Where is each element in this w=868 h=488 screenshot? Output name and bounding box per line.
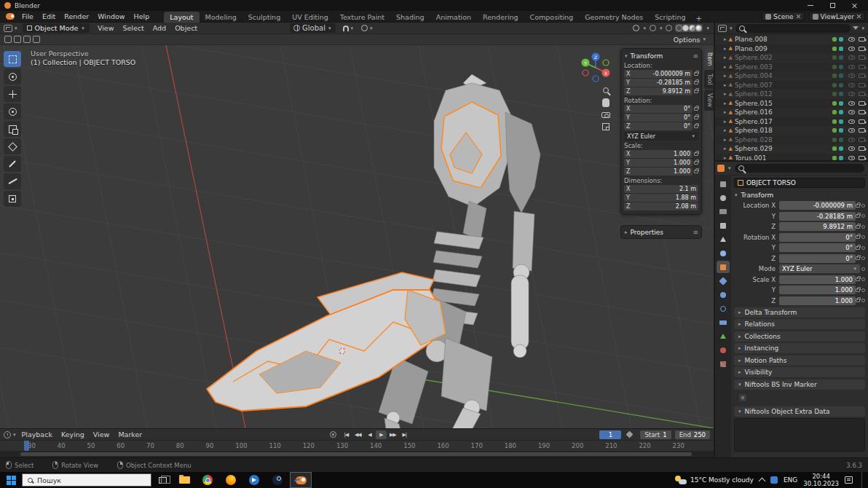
workspace-tab-shading[interactable]: Shading (390, 12, 430, 23)
lock-icon[interactable] (694, 161, 698, 165)
expand-icon[interactable]: ▸ (724, 91, 727, 97)
frame-start-field[interactable]: Start1 (640, 430, 671, 439)
location-x-field[interactable]: X-0.000009 m (624, 70, 693, 78)
properties-tab-scene-icon[interactable] (717, 233, 730, 245)
lock-icon[interactable] (694, 81, 698, 84)
outliner-item[interactable]: ▸▲Sphere.002 (715, 53, 868, 63)
menu-file[interactable]: File (17, 11, 38, 22)
properties-tab-physics-icon[interactable] (717, 302, 730, 315)
workspace-tab-layout[interactable]: Layout (164, 12, 199, 23)
hide-viewport-icon[interactable] (848, 83, 855, 87)
animate-decorator-icon[interactable] (861, 288, 865, 292)
transform-panel-header[interactable]: ▾ Transform ≡ (624, 51, 698, 60)
properties-tab-object-data-icon[interactable] (717, 330, 730, 342)
chevron-down-icon[interactable]: ▾ (729, 25, 733, 31)
disable-render-icon[interactable] (859, 83, 865, 87)
xray-toggle-icon[interactable] (666, 25, 672, 31)
hidden-icons-chevron[interactable] (758, 478, 765, 485)
dimensions-x-field[interactable]: X2.1 m (624, 185, 698, 193)
outliner-item[interactable]: ▸▲Sphere.017 (715, 117, 868, 127)
section-niftools-object-extra-data[interactable]: ▾Niftools Object Extra Data (734, 406, 865, 417)
location-z-field[interactable]: Z9.8912 m (624, 87, 693, 95)
menu-object[interactable]: Object (171, 24, 201, 32)
blender-logo-icon[interactable] (6, 13, 15, 20)
lock-icon[interactable] (856, 278, 860, 281)
menu-playback[interactable]: Playback (18, 430, 56, 438)
blue-app-button[interactable] (243, 472, 265, 488)
firefox-button[interactable] (220, 472, 242, 488)
previous-keyframe-button[interactable]: ◀◀ (352, 430, 363, 439)
minimize-button[interactable] (800, 0, 821, 11)
editor-type-icon[interactable] (718, 25, 727, 32)
ortho-toggle-icon[interactable] (602, 123, 609, 130)
timeline-scrollbar[interactable] (0, 451, 714, 457)
play-reverse-button[interactable]: ◀ (364, 430, 375, 439)
workspace-tab-geometry-nodes[interactable]: Geometry Nodes (579, 12, 649, 23)
outliner-item[interactable]: ▸▲Plane.008 (715, 35, 868, 44)
tool-settings-icon-1[interactable] (4, 36, 12, 43)
file-explorer-button[interactable] (173, 472, 195, 488)
show-desktop-button[interactable] (861, 472, 864, 488)
jump-to-end-button[interactable]: ▶| (399, 430, 410, 439)
outliner-item[interactable]: ▸▲Sphere.004 (715, 71, 868, 81)
properties-tab-particles-icon[interactable] (717, 288, 730, 301)
proportional-chevron-icon[interactable]: ▾ (369, 25, 374, 31)
viewlayer-selector[interactable]: ViewLayer (809, 12, 865, 21)
properties-collapsed-panel[interactable]: ▸ Properties ≡ (620, 225, 702, 239)
lock-icon[interactable] (856, 235, 860, 239)
hide-viewport-icon[interactable] (848, 65, 855, 69)
section-niftools-bs-inv-marker[interactable]: ▾Niftools BS Inv Marker (734, 379, 865, 390)
properties-tab-material-icon[interactable] (717, 344, 730, 356)
expand-icon[interactable]: ▸ (724, 55, 727, 60)
lock-icon[interactable] (694, 107, 698, 111)
lock-icon[interactable] (856, 204, 860, 208)
rotate-tool[interactable] (4, 103, 21, 119)
lock-icon[interactable] (694, 90, 698, 93)
editor-type-clock-icon[interactable] (4, 431, 11, 438)
hide-viewport-icon[interactable] (848, 92, 855, 96)
properties-tab-tool-icon[interactable] (717, 178, 730, 190)
transform-orientation-dropdown[interactable]: Global ▾ (290, 23, 335, 33)
hide-viewport-icon[interactable] (848, 146, 855, 151)
frame-end-field[interactable]: End250 (675, 430, 710, 439)
hide-viewport-icon[interactable] (848, 47, 855, 51)
location-y-field[interactable]: -0.28185 m (779, 212, 856, 221)
shading-material-icon[interactable] (689, 25, 695, 31)
tool-settings-icon-2[interactable] (14, 36, 21, 43)
hide-viewport-icon[interactable] (848, 110, 855, 114)
animate-decorator-icon[interactable] (861, 278, 865, 281)
menu-window[interactable]: Window (93, 11, 129, 22)
lock-icon[interactable] (856, 246, 860, 250)
workspace-tab-modeling[interactable]: Modeling (200, 12, 242, 23)
task-view-button[interactable] (153, 472, 172, 488)
panel-grip-icon[interactable]: ≡ (693, 229, 698, 236)
outliner-item[interactable]: ▸▲Plane.009 (715, 44, 868, 54)
cursor-tool[interactable] (4, 68, 21, 84)
properties-tab-viewlayer-icon[interactable] (717, 219, 730, 232)
shading-rendered-icon[interactable] (695, 25, 702, 31)
properties-tab-constraints-icon[interactable] (717, 316, 730, 328)
scale-y-field[interactable]: Y1.000 (624, 159, 693, 167)
editor-type-icon[interactable] (4, 25, 12, 32)
panel-grip-icon[interactable]: ≡ (693, 52, 698, 60)
clock-widget[interactable]: 20:44 30.10.2023 (803, 473, 839, 487)
weather-widget[interactable]: 15°C Mostly cloudy (675, 476, 754, 484)
gizmo-y-neg[interactable] (603, 60, 609, 66)
outliner-item[interactable]: ▸▲Sphere.007 (715, 81, 868, 90)
tray-app-icon[interactable] (770, 476, 778, 484)
animate-decorator-icon[interactable] (861, 267, 865, 271)
properties-search-input[interactable] (735, 164, 864, 173)
workspace-tab-texture-paint[interactable]: Texture Paint (334, 12, 390, 23)
scale-tool[interactable] (4, 121, 21, 137)
move-tool[interactable] (4, 86, 21, 102)
gizmo-chevron-icon[interactable]: ▾ (642, 25, 647, 31)
zoom-icon[interactable] (603, 87, 609, 93)
niftools-extra-data-list[interactable] (734, 418, 865, 452)
scale-z-field[interactable]: Z1.000 (624, 168, 693, 176)
disable-render-icon[interactable] (859, 138, 865, 142)
section-collections[interactable]: ▸Collections (734, 331, 865, 342)
snap-options-chevron-icon[interactable]: ▾ (350, 25, 355, 31)
menu-render[interactable]: Render (60, 11, 93, 22)
filter-chevron-icon[interactable]: ▾ (861, 25, 865, 31)
hide-viewport-icon[interactable] (848, 74, 855, 78)
